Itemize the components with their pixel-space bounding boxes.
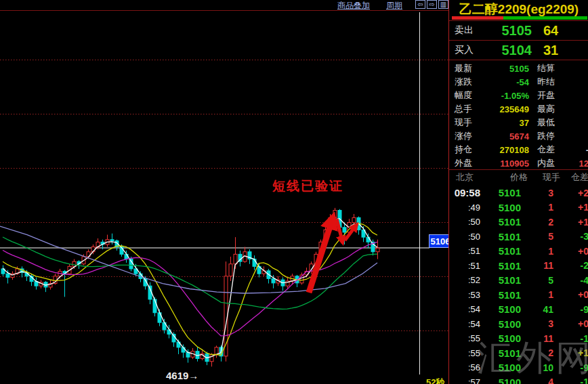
tick-row: :5751004-1 bbox=[449, 375, 588, 384]
quote-value: 37 bbox=[488, 118, 529, 128]
tick-row: :5151011+0 bbox=[449, 244, 588, 259]
quote-value-clipped: - bbox=[572, 145, 588, 155]
tick-lots: 1 bbox=[521, 202, 553, 213]
tick-lots: 10 bbox=[521, 362, 553, 373]
ask-volume: 64 bbox=[532, 23, 570, 39]
tick-time: :56 bbox=[449, 362, 480, 372]
tick-time: :54 bbox=[449, 319, 480, 329]
tick-row: :55510011-1 bbox=[449, 331, 588, 346]
quote-label: 内盘 bbox=[537, 157, 572, 169]
quote-value: 5674 bbox=[488, 131, 529, 142]
tick-lots: 11 bbox=[521, 260, 553, 271]
tick-time: :55 bbox=[449, 333, 480, 343]
quote-label: 昨结 bbox=[537, 76, 572, 88]
tick-price: 5101 bbox=[480, 216, 521, 228]
tick-time: :50 bbox=[449, 232, 480, 242]
buy-sell-ratio-bar bbox=[452, 16, 587, 20]
quote-value: -1.05% bbox=[488, 91, 529, 101]
tick-time: :51 bbox=[449, 261, 480, 271]
forward-arrow-icon[interactable]: ⇨ bbox=[427, 0, 437, 9]
tick-oi-change: -9 bbox=[553, 304, 588, 315]
tick-time: :52 bbox=[449, 275, 480, 285]
quote-value: -54 bbox=[488, 77, 529, 87]
tick-time: :50 bbox=[449, 217, 480, 227]
quote-row: 最新5105结算 bbox=[449, 62, 588, 75]
tick-list[interactable]: 09:5851013+2:4951001+1:5051012+1:5051015… bbox=[449, 186, 588, 384]
tick-time: :51 bbox=[449, 246, 480, 256]
tick-price: 5101 bbox=[480, 274, 521, 286]
quote-label: 总手 bbox=[449, 103, 488, 115]
tick-row: :5451003+0 bbox=[449, 317, 588, 332]
col-exchange: 北京 bbox=[449, 171, 487, 184]
tick-lots: 2 bbox=[521, 217, 553, 228]
candlestick-chart[interactable] bbox=[0, 0, 448, 384]
tick-price: 5101 bbox=[480, 347, 521, 359]
quote-label: 最低 bbox=[537, 116, 572, 129]
quote-label: 幅度 bbox=[449, 89, 488, 102]
tick-price: 5100 bbox=[480, 202, 521, 213]
tick-price: 5100 bbox=[480, 362, 521, 373]
bid-volume: 31 bbox=[532, 43, 570, 58]
tick-lots: 5 bbox=[521, 231, 553, 242]
tick-time: :49 bbox=[449, 202, 480, 213]
bid-row[interactable]: 买入 5104 31 bbox=[449, 41, 588, 60]
tick-oi-change: +0 bbox=[553, 246, 588, 257]
tick-time: :55 bbox=[449, 348, 480, 358]
annotation-note: 短线已验证 bbox=[272, 177, 343, 195]
tick-lots: 3 bbox=[521, 188, 553, 198]
tick-row: :54510041-9 bbox=[449, 302, 588, 317]
tick-oi-change: +1 bbox=[553, 202, 588, 213]
tick-oi-change: -1 bbox=[553, 333, 588, 344]
quote-label: 持仓 bbox=[449, 144, 488, 156]
split-view-icon[interactable]: ▥ bbox=[438, 0, 448, 9]
overlay-compare-link[interactable]: 商品叠加 bbox=[337, 0, 370, 12]
tick-price: 5100 bbox=[480, 303, 521, 315]
quote-detail-table: 最新5105结算涨跌-54昨结幅度-1.05%开盘总手235649最高现手37最… bbox=[449, 62, 588, 170]
kline-chart-area[interactable]: 短线已验证 4619→ 5106 52秒 bbox=[0, 0, 448, 384]
quote-row: 现手37最低 bbox=[449, 116, 588, 129]
tick-lots: 11 bbox=[521, 333, 553, 344]
tick-row: :4951001+1 bbox=[449, 200, 588, 215]
tick-lots: 3 bbox=[521, 318, 553, 329]
tick-oi-change: +1 bbox=[553, 217, 588, 228]
col-lots: 现手 bbox=[528, 171, 560, 184]
tick-lots: 1 bbox=[521, 289, 553, 300]
tick-row: :5051015-3 bbox=[449, 230, 588, 244]
tick-oi-change: -9 bbox=[553, 362, 588, 373]
tick-oi-change: -2 bbox=[553, 260, 588, 271]
tick-row: :56510010-9 bbox=[449, 360, 588, 375]
quote-value: 110905 bbox=[488, 158, 529, 169]
tick-list-header: 北京 价格 现手 仓差 bbox=[449, 171, 588, 184]
tick-price: 5101 bbox=[480, 231, 521, 242]
tick-price: 5100 bbox=[480, 318, 521, 330]
bid-price: 5104 bbox=[487, 43, 532, 58]
bid-label: 买入 bbox=[449, 44, 487, 56]
tick-row: 09:5851013+2 bbox=[449, 186, 588, 200]
back-arrow-icon[interactable]: ⇦ bbox=[415, 0, 425, 9]
tick-row: :5551012+1 bbox=[449, 346, 588, 361]
quote-label: 最新 bbox=[449, 62, 488, 74]
tick-row: :5351011+0 bbox=[449, 288, 588, 303]
tick-oi-change: +0 bbox=[553, 318, 588, 329]
bar-countdown: 52秒 bbox=[426, 377, 444, 384]
buy-ratio-segment bbox=[503, 16, 587, 20]
period-link[interactable]: 周期 bbox=[386, 0, 402, 12]
futures-trading-app: { "toolbar": { "overlay_label": "商品叠加", … bbox=[0, 0, 588, 384]
tick-price: 5101 bbox=[480, 260, 521, 272]
tick-row: :5051012+1 bbox=[449, 215, 588, 230]
tick-oi-change: -4 bbox=[553, 275, 588, 286]
low-price-label: 4619→ bbox=[166, 370, 198, 381]
sell-ratio-segment bbox=[452, 16, 503, 20]
ask-row[interactable]: 卖出 5105 64 bbox=[449, 21, 588, 40]
tick-oi-change: -1 bbox=[553, 377, 588, 384]
quote-label: 涨跌 bbox=[449, 76, 488, 88]
quote-label: 最高 bbox=[537, 103, 572, 115]
quote-label: 跌停 bbox=[537, 130, 572, 142]
quote-label: 开盘 bbox=[537, 89, 572, 102]
tick-time: :57 bbox=[449, 377, 480, 384]
tick-price: 5101 bbox=[480, 187, 521, 198]
tick-lots: 2 bbox=[521, 347, 553, 358]
quote-row: 涨停5674跌停 bbox=[449, 129, 588, 143]
quote-row: 外盘110905内盘12 bbox=[449, 156, 588, 170]
tick-row: :51510111-2 bbox=[449, 259, 588, 274]
